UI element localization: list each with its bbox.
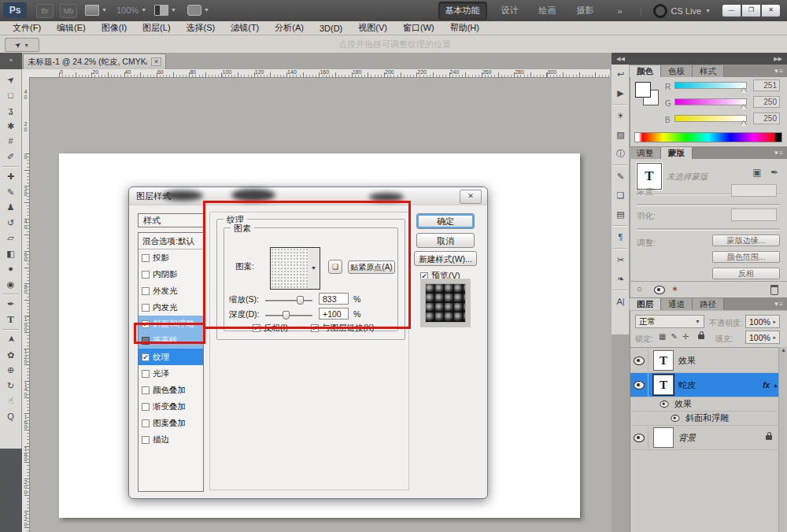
color-tab-样式[interactable]: 样式 — [693, 65, 724, 77]
channel-value-G[interactable]: 250 — [753, 96, 780, 108]
blending-options-item[interactable]: 混合选项:默认 — [139, 233, 203, 249]
3d-orbit-tool[interactable]: ↻ — [2, 379, 20, 393]
invert-button[interactable]: 反相 — [712, 268, 780, 279]
style-item-checkbox[interactable] — [142, 271, 150, 279]
crop-tool[interactable]: # — [2, 134, 20, 148]
new-style-button[interactable]: 新建样式(W)... — [414, 251, 477, 266]
expand-panels-icon[interactable]: ▶▶ — [774, 53, 782, 65]
channel-value-R[interactable]: 251 — [753, 79, 780, 91]
style-item-checkbox[interactable] — [142, 337, 150, 345]
background-layer-thumbnail[interactable] — [653, 427, 674, 448]
notes-panel-icon[interactable]: ❧ — [611, 269, 630, 288]
layer-name[interactable]: 背景 — [678, 432, 696, 444]
style-item-checkbox[interactable] — [142, 419, 150, 427]
style-item-5[interactable]: ✔斜面和浮雕 — [139, 316, 203, 332]
feather-input[interactable] — [731, 209, 777, 221]
toolbar-collapse-button[interactable]: » — [0, 53, 22, 69]
masks-tab-蒙版[interactable]: 蒙版 — [661, 147, 693, 159]
workspace-overflow-button[interactable]: » — [611, 4, 629, 18]
scale-slider-handle[interactable] — [297, 296, 304, 305]
navigator-panel-icon[interactable]: ▨ — [611, 125, 630, 144]
clone-source-panel-icon[interactable]: ❏ — [611, 186, 630, 205]
info-panel-icon[interactable]: ⓘ — [611, 144, 630, 163]
layer-row-4[interactable]: 斜面和浮雕 — [630, 412, 778, 426]
menu-item-5[interactable]: 选择(S) — [179, 22, 224, 34]
layers-tab-路径[interactable]: 路径 — [693, 298, 724, 310]
layer-visibility-eye[interactable] — [634, 357, 645, 365]
style-item-checkbox[interactable]: ✔ — [142, 353, 150, 361]
blur-tool[interactable]: ● — [2, 261, 20, 275]
layer-name[interactable]: 蛇皮 — [678, 379, 696, 391]
collapse-panels-icon[interactable]: ◀◀ — [616, 53, 625, 65]
zoom-tool[interactable]: Q — [2, 409, 20, 423]
color-tab-颜色[interactable]: 颜色 — [630, 65, 661, 77]
menu-item-4[interactable]: 图层(L) — [135, 22, 178, 34]
apply-mask-icon[interactable]: ✶ — [671, 284, 678, 294]
link-with-layer-checkbox[interactable]: ✔ 与图层链接(K) — [311, 323, 375, 334]
effect-visibility-eye[interactable] — [660, 401, 668, 408]
history-brush-tool[interactable]: ↺ — [2, 216, 20, 230]
density-slider[interactable] — [637, 204, 780, 205]
brush-tool[interactable]: ✎ — [2, 185, 20, 199]
invert-checkbox-box[interactable]: ✔ — [253, 324, 260, 332]
brush-presets-panel-icon[interactable]: ✎ — [611, 167, 630, 186]
type-tool[interactable]: T — [2, 312, 20, 327]
paragraph-panel-icon[interactable]: ¶ — [611, 227, 630, 246]
adjustments-panel-icon[interactable]: ☀ — [611, 106, 630, 125]
layers-panel-menu-icon[interactable]: ▼≡ — [773, 298, 787, 310]
style-item-11[interactable]: 图案叠加 — [139, 415, 203, 431]
menu-item-1[interactable]: 文件(F) — [5, 22, 49, 34]
layer-comps-panel-icon[interactable]: ▤ — [611, 205, 630, 224]
style-item-6[interactable]: 等高线 — [139, 332, 203, 349]
style-item-9[interactable]: 颜色叠加 — [139, 382, 203, 398]
preview-checkbox-box[interactable]: ✔ — [420, 272, 428, 280]
style-item-7[interactable]: ✔纹理 — [139, 349, 203, 365]
path-selection-tool[interactable]: ➤ — [2, 332, 20, 346]
effect-visibility-eye[interactable] — [671, 415, 679, 422]
ok-button[interactable]: 确定 — [416, 213, 475, 229]
layer-row-3[interactable]: 效果 — [630, 397, 778, 412]
channel-slider-handle[interactable] — [741, 88, 747, 93]
masks-panel-menu-icon[interactable]: ▼≡ — [773, 147, 787, 159]
lock-all-icon[interactable] — [698, 334, 704, 339]
style-item-10[interactable]: 渐变叠加 — [139, 398, 203, 415]
depth-slider-handle[interactable] — [283, 311, 290, 320]
fill-input[interactable]: 100%▸ — [745, 331, 780, 344]
style-item-checkbox[interactable] — [142, 436, 150, 444]
layer-name[interactable]: 效果 — [678, 355, 696, 367]
dialog-title-bar[interactable]: 图层样式 — [129, 187, 487, 205]
scale-value-input[interactable]: 833 — [319, 293, 349, 305]
layer-name[interactable]: 斜面和浮雕 — [685, 412, 729, 424]
invert-checkbox[interactable]: ✔ 反相(I) — [253, 323, 288, 334]
restore-button[interactable]: ❐ — [741, 4, 761, 17]
menu-item-2[interactable]: 编辑(E) — [49, 22, 94, 34]
channel-value-B[interactable]: 250 — [753, 113, 780, 124]
channel-slider-G[interactable] — [674, 98, 747, 105]
lasso-tool[interactable]: ʓ — [2, 103, 20, 117]
layer-fx-icon[interactable]: fx — [763, 381, 773, 390]
channel-slider-B[interactable] — [674, 115, 747, 122]
clone-stamp-tool[interactable]: ♟ — [2, 200, 20, 214]
3d-rotate-tool[interactable]: ⊕ — [2, 363, 20, 377]
tool-preset-picker[interactable]: ➤▼ — [5, 38, 39, 52]
mini-bridge-icon[interactable]: Mb — [60, 4, 77, 18]
layer-row-5[interactable]: 背景 — [630, 426, 778, 450]
channel-slider-handle[interactable] — [741, 121, 747, 126]
workspace-button-3[interactable]: 绘画 — [533, 2, 563, 19]
style-item-2[interactable]: 内阴影 — [139, 266, 203, 283]
document-tab-close-icon[interactable]: ✕ — [151, 57, 161, 66]
scale-slider[interactable] — [265, 300, 312, 301]
menu-item-11[interactable]: 帮助(H) — [442, 22, 487, 34]
blend-mode-dropdown[interactable]: 正常▼ — [635, 315, 704, 328]
color-range-button[interactable]: 颜色范围... — [712, 251, 780, 263]
text-layer-thumbnail[interactable]: T — [653, 350, 674, 371]
menu-item-3[interactable]: 图像(I) — [94, 22, 135, 34]
cs-live-button[interactable]: CS Live▼ — [653, 4, 711, 18]
screen-mode-dropdown[interactable]: ▼ — [187, 3, 209, 17]
density-input[interactable] — [731, 184, 777, 197]
lock-option-icon[interactable]: ✎ — [671, 332, 677, 341]
opacity-input[interactable]: 100%▸ — [745, 315, 780, 328]
lock-option-icon[interactable]: ▦ — [659, 332, 666, 341]
style-item-checkbox[interactable]: ✔ — [142, 320, 150, 328]
pattern-dropdown-arrow[interactable]: ▼ — [308, 247, 320, 290]
